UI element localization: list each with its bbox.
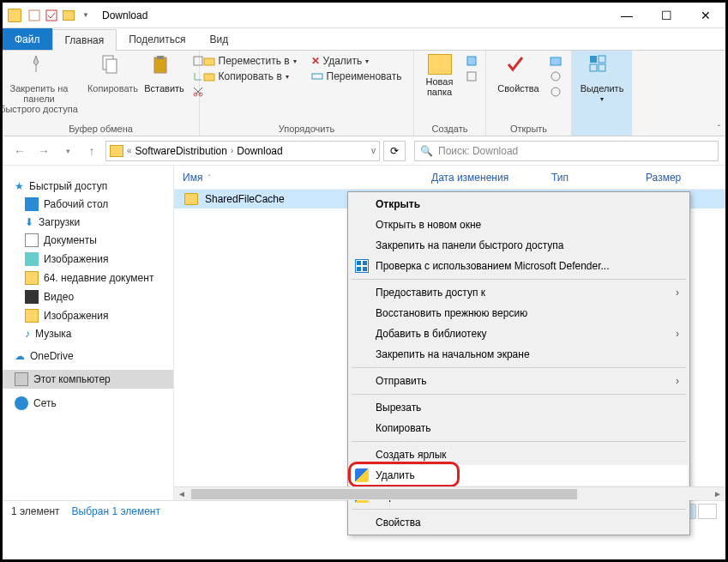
svg-rect-12 — [467, 57, 476, 65]
breadcrumb-item[interactable]: Download — [237, 145, 282, 157]
col-size[interactable]: Размер — [637, 172, 689, 184]
svg-rect-22 — [363, 261, 367, 265]
select-icon — [588, 54, 616, 82]
ctx-restore[interactable]: Восстановить прежнюю версию — [350, 303, 688, 323]
view-large-button[interactable] — [698, 504, 717, 519]
minimize-button[interactable]: — — [607, 3, 647, 28]
nav-network[interactable]: Сеть — [3, 394, 173, 413]
edit-icon[interactable] — [548, 69, 563, 83]
pin-icon — [26, 54, 53, 82]
svg-rect-10 — [204, 74, 214, 81]
nav-pictures[interactable]: Изображения — [3, 250, 173, 269]
ctx-cut[interactable]: Вырезать — [350, 397, 688, 418]
ctx-open[interactable]: Открыть — [350, 194, 688, 215]
nav-quick-access[interactable]: ★Быстрый доступ — [3, 178, 173, 195]
rename-button[interactable]: Переименовать — [310, 69, 412, 83]
ctx-delete[interactable]: Удалить — [350, 465, 688, 486]
recent-dropdown[interactable]: ▾ — [57, 141, 78, 161]
pin-to-quick-access-button[interactable]: Закрепить на панели быстрого доступа — [0, 54, 82, 114]
svg-rect-4 — [154, 57, 166, 73]
copy-button[interactable]: Копировать — [87, 54, 139, 114]
breadcrumb-item[interactable]: SoftwareDistribution — [135, 145, 227, 157]
ctx-properties[interactable]: Свойства — [350, 512, 688, 533]
ribbon: Закрепить на панели быстрого доступа Коп… — [3, 51, 725, 136]
tab-file[interactable]: Файл — [3, 28, 52, 50]
nav-videos[interactable]: Видео — [3, 287, 173, 306]
ctx-pin-start[interactable]: Закрепить на начальном экране — [350, 344, 688, 365]
ctx-library[interactable]: Добавить в библиотеку› — [350, 323, 688, 344]
open-icon[interactable] — [548, 54, 563, 68]
file-name: SharedFileCache — [205, 193, 285, 205]
search-placeholder: Поиск: Download — [438, 145, 518, 157]
svg-rect-17 — [590, 56, 597, 63]
ctx-send-to[interactable]: Отправить› — [350, 371, 688, 391]
nav-recent[interactable]: 64. недавние документ — [3, 269, 173, 287]
svg-rect-20 — [599, 64, 605, 71]
svg-rect-1 — [46, 10, 57, 21]
folder-icon — [184, 193, 198, 205]
folder-copy-icon — [203, 70, 215, 82]
ctx-open-new[interactable]: Открыть в новом окне — [350, 215, 688, 235]
forward-button[interactable]: → — [33, 141, 54, 161]
up-button[interactable]: ↑ — [81, 141, 102, 161]
qat-properties-icon[interactable] — [27, 8, 42, 23]
nav-row: ← → ▾ ↑ « SoftwareDistribution › Downloa… — [3, 136, 725, 166]
close-button[interactable]: ✕ — [686, 3, 725, 28]
nav-this-pc[interactable]: Этот компьютер — [3, 370, 173, 389]
pictures-icon — [25, 252, 39, 266]
nav-music[interactable]: ♪Музыка — [3, 325, 173, 342]
chevron-right-icon: › — [676, 375, 679, 387]
nav-pictures2[interactable]: Изображения — [3, 306, 173, 325]
svg-rect-0 — [29, 10, 39, 21]
nav-onedrive[interactable]: ☁OneDrive — [3, 347, 173, 365]
svg-rect-19 — [590, 64, 597, 71]
qat-new-folder-icon[interactable] — [61, 8, 76, 23]
ctx-pin-quick[interactable]: Закрепить на панели быстрого доступа — [350, 235, 688, 256]
delete-button[interactable]: ✕Удалить ▾ — [310, 54, 412, 68]
quick-access-toolbar: ▼ — [27, 8, 93, 23]
col-name[interactable]: Имяˆ — [174, 172, 423, 184]
history-icon[interactable] — [548, 85, 563, 99]
paste-button[interactable]: Вставить — [144, 54, 185, 114]
maximize-button[interactable]: ☐ — [647, 3, 686, 28]
svg-rect-18 — [599, 56, 605, 63]
address-bar[interactable]: « SoftwareDistribution › Download v — [105, 141, 380, 161]
explorer-window: ▼ Download — ☐ ✕ Файл Главная Поделиться… — [0, 0, 728, 562]
tab-home[interactable]: Главная — [52, 29, 117, 51]
col-type[interactable]: Тип — [543, 172, 637, 184]
create-group-label: Создать — [432, 124, 468, 134]
nav-downloads[interactable]: ⬇Загрузки — [3, 214, 173, 231]
new-folder-button[interactable]: Новая папка — [421, 54, 459, 97]
scroll-left-icon[interactable]: ◄ — [177, 489, 186, 499]
nav-desktop[interactable]: Рабочий стол — [3, 195, 173, 214]
tab-view[interactable]: Вид — [197, 28, 240, 50]
chevron-right-icon: › — [676, 287, 679, 299]
easy-access-icon[interactable] — [464, 69, 479, 83]
nav-documents[interactable]: Документы — [3, 231, 173, 250]
folder-icon — [25, 309, 39, 323]
move-to-button[interactable]: Переместить в ▾ — [202, 54, 304, 68]
search-box[interactable]: 🔍 Поиск: Download — [414, 141, 719, 161]
collapse-ribbon-icon[interactable]: ˆ — [718, 124, 720, 134]
col-date[interactable]: Дата изменения — [423, 172, 543, 184]
nav-pane: ★Быстрый доступ Рабочий стол ⬇Загрузки Д… — [3, 166, 174, 500]
ctx-shortcut[interactable]: Создать ярлык — [350, 444, 688, 465]
ctx-copy[interactable]: Копировать — [350, 418, 688, 438]
new-folder-icon — [428, 54, 452, 75]
ctx-give-access[interactable]: Предоставить доступ к› — [350, 282, 688, 303]
new-item-icon[interactable] — [464, 54, 479, 68]
rename-icon — [311, 70, 323, 82]
desktop-icon — [25, 197, 39, 211]
tab-share[interactable]: Поделиться — [117, 28, 197, 50]
ctx-defender[interactable]: Проверка с использованием Microsoft Defe… — [350, 256, 688, 276]
refresh-button[interactable]: ⟳ — [383, 141, 406, 161]
qat-dropdown-icon[interactable]: ▼ — [78, 8, 93, 23]
properties-button[interactable]: Свойства — [495, 54, 543, 99]
qat-checkbox-icon[interactable] — [44, 8, 59, 23]
h-scrollbar[interactable]: ◄ ► — [174, 486, 725, 500]
back-button[interactable]: ← — [9, 141, 30, 161]
copy-to-button[interactable]: Копировать в ▾ — [202, 69, 304, 83]
select-button[interactable]: Выделить ▾ — [576, 54, 628, 103]
scroll-right-icon[interactable]: ► — [713, 489, 722, 499]
scrollbar-thumb[interactable] — [191, 489, 577, 499]
